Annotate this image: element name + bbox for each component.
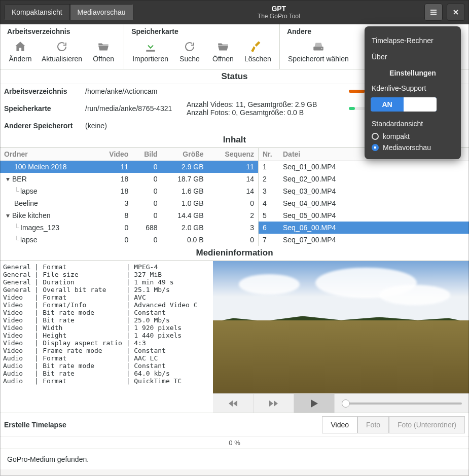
mediainfo-panel: General | Format | MPEG-4 General | File… [0,261,469,413]
kdenlive-support-label: Kdenlive-Support [371,81,455,95]
mediainfo-text: General | Format | MPEG-4 General | File… [0,261,213,413]
group-label: Speicherkarte [129,26,274,38]
import-icon [143,40,158,54]
refresh-button[interactable]: Aktualisieren [39,38,85,65]
default-view-label: Standardansicht [371,117,455,131]
table-row[interactable]: ▾Bike kitchen8014.4 GB2 [0,209,258,222]
tab-foto-sub[interactable]: Foto (Unterordner) [389,416,465,433]
radio-preview[interactable]: Mediavorschau [371,142,455,153]
table-row[interactable]: └Images_12306882.0 GB3 [0,222,258,234]
table-row[interactable]: Beeline301.0 GB0 [0,197,258,209]
file-list[interactable]: Nr. Datei 1Seq_01_00.MP42Seq_02_00.MP43S… [259,148,469,246]
choose-location-button[interactable]: Speicherort wählen [285,38,352,65]
statusbar: GoPro-Medium gefunden. [0,449,469,469]
media-preview [213,261,469,413]
table-row[interactable]: 1Seq_01_00.MP4 [259,161,469,173]
col-image[interactable]: Bild [132,148,161,161]
close-button[interactable] [447,4,465,21]
other-loc-value: (keine) [85,122,187,130]
workdir-path: /home/anke/Actioncam [85,87,187,95]
compact-view-button[interactable]: Kompaktansicht [4,4,70,20]
hamburger-icon [429,8,438,16]
folder-open-icon [216,40,230,54]
app-title: GPT [133,5,424,13]
refresh-icon [55,40,69,54]
workdir-label: Arbeitsverzeichnis [4,87,85,95]
menu-timelapse-calc[interactable]: Timelapse-Rechner [371,32,455,49]
player-controls [213,393,469,413]
col-nr[interactable]: Nr. [259,148,279,161]
inhalt-panel: Ordner Video Bild Größe Sequenz 100 Meil… [0,148,469,246]
table-row[interactable]: ▾BER18018.7 GB14 [0,173,258,185]
forward-button[interactable] [254,394,294,413]
kdenlive-switch[interactable]: AN [371,97,437,112]
import-button[interactable]: Importieren [129,38,171,65]
play-icon [311,399,318,408]
seek-slider[interactable] [335,402,469,405]
hamburger-popover: Timelapse-Rechner Über Einstellungen Kde… [365,26,461,159]
table-row[interactable]: └lapse000.0 B0 [0,234,258,246]
svg-point-2 [321,48,322,49]
open-card-button[interactable]: Öffnen [208,38,238,65]
table-row[interactable]: 100 Meilen 20181102.9 GB11 [0,161,258,173]
change-button[interactable]: Ändern [5,38,35,65]
table-row[interactable]: 7Seq_07_00.MP4 [259,234,469,246]
tab-foto[interactable]: Foto [357,416,389,433]
title-center: GPT The GoPro Tool [133,5,424,20]
menu-settings-header: Einstellungen [371,65,455,81]
output-tabs: Video Foto Foto (Unterordner) [322,416,465,433]
media-preview-button[interactable]: Mediavorschau [70,4,133,20]
titlebar: Kompaktansicht Mediavorschau GPT The GoP… [0,0,469,24]
preview-image [213,261,469,393]
col-video[interactable]: Video [95,148,132,161]
mediainfo-title: Medieninformation [0,246,469,261]
radio-compact[interactable]: kompakt [371,131,455,142]
search-button[interactable]: Suche [174,38,205,65]
toolbar-group-card: Speicherkarte Importieren Suche Öffnen L… [124,24,280,69]
view-switcher: Kompaktansicht Mediavorschau [4,4,133,20]
refresh-icon [183,40,197,54]
hamburger-menu-button[interactable] [424,4,443,21]
folder-open-icon [96,40,111,54]
timelapse-label: Erstelle Timelapse [4,421,105,429]
play-button[interactable] [294,394,335,413]
table-row[interactable]: 5Seq_05_00.MP4 [259,209,469,222]
other-loc-label: Anderer Speicherort [4,122,85,130]
rewind-icon [229,400,238,407]
rewind-button[interactable] [213,394,254,413]
table-row[interactable]: 4Seq_04_00.MP4 [259,197,469,209]
open-workdir-button[interactable]: Öffnen [88,38,119,65]
col-size[interactable]: Größe [162,148,208,161]
drive-icon [311,40,326,54]
delete-button[interactable]: Löschen [241,38,274,65]
svg-rect-0 [146,50,155,52]
col-folder[interactable]: Ordner [0,148,95,161]
menu-about[interactable]: Über [371,49,455,65]
toolbar-group-workdir: Arbeitsverzeichnis Ändern Aktualisieren … [0,24,124,69]
broom-icon [250,40,265,54]
table-row[interactable]: 6Seq_06_00.MP4 [259,222,469,234]
card-stats: Anzahl Videos: 11, Gesamtgröße: 2.9 GB A… [187,100,349,117]
progress-bar: 0 % [0,436,469,449]
bottom-bar: Erstelle Timelapse Video Foto Foto (Unte… [0,413,469,436]
switch-on-label: AN [371,100,404,108]
table-row[interactable]: 2Seq_02_00.MP4 [259,173,469,185]
table-row[interactable]: └lapse1801.6 GB14 [0,185,258,197]
group-label: Arbeitsverzeichnis [5,26,119,38]
forward-icon [269,400,278,407]
home-icon [13,40,27,54]
card-path: /run/media/anke/8765-4321 [85,104,187,113]
tab-video[interactable]: Video [322,416,357,433]
app-subtitle: The GoPro Tool [133,13,424,20]
close-icon [452,9,459,16]
table-row[interactable]: 3Seq_03_00.MP4 [259,185,469,197]
folder-tree[interactable]: Ordner Video Bild Größe Sequenz 100 Meil… [0,148,259,246]
card-label: Speicherkarte [4,104,85,113]
col-seq[interactable]: Sequenz [208,148,258,161]
